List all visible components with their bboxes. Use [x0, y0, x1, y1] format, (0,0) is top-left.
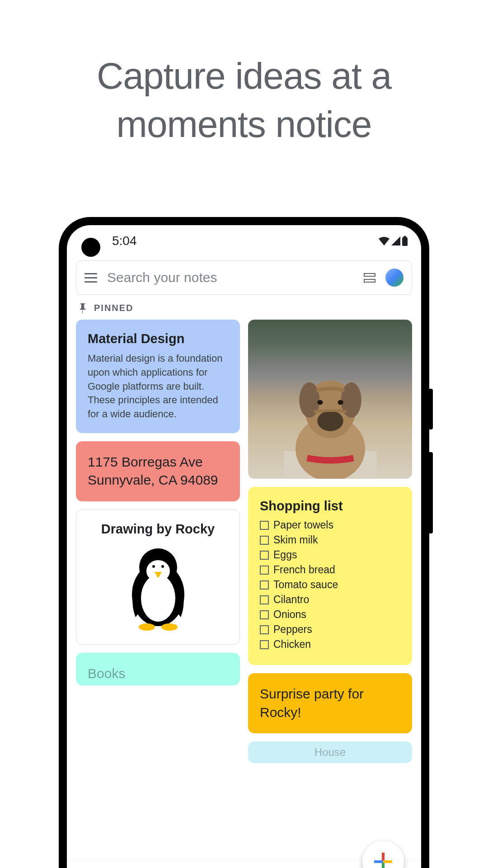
item-label: Peppers — [273, 623, 312, 636]
checklist-item[interactable]: Chicken — [260, 638, 400, 651]
penguin-drawing — [122, 545, 194, 631]
checklist-item[interactable]: Peppers — [260, 623, 400, 636]
phone-side-button — [429, 389, 433, 429]
dog-image — [268, 368, 391, 479]
checklist-item[interactable]: Eggs — [260, 549, 400, 561]
wifi-icon — [379, 236, 389, 245]
svg-point-17 — [338, 400, 343, 404]
status-bar: 5:04 — [67, 225, 421, 257]
hamburger-menu-icon[interactable] — [84, 273, 97, 283]
view-toggle-icon[interactable] — [364, 273, 375, 283]
battery-icon — [402, 236, 408, 246]
search-bar[interactable]: Search your notes — [76, 260, 412, 295]
note-title: Surprise party for Rocky! — [260, 685, 400, 722]
note-title: Material Design — [88, 331, 228, 346]
note-card-material-design[interactable]: Material Design Material design is a fou… — [76, 320, 240, 433]
pinned-section-header: PINNED — [67, 303, 421, 320]
checkbox-icon[interactable] — [260, 536, 269, 545]
note-body: Material design is a foundation upon whi… — [88, 352, 228, 421]
note-card-photo[interactable] — [248, 320, 412, 479]
svg-point-7 — [161, 565, 164, 568]
item-label: Tomato sauce — [273, 579, 338, 591]
note-text: 1175 Borregas Ave Sunnyvale, CA 94089 — [88, 453, 228, 490]
checkbox-icon[interactable] — [260, 566, 269, 575]
marketing-headline: Capture ideas at a moments notice — [0, 0, 488, 148]
item-label: Chicken — [273, 638, 311, 651]
svg-point-6 — [152, 565, 155, 568]
checklist-item[interactable]: Tomato sauce — [260, 579, 400, 591]
checkbox-icon[interactable] — [260, 610, 269, 619]
checkbox-icon[interactable] — [260, 521, 269, 530]
phone-side-button-2 — [429, 452, 433, 533]
create-note-fab[interactable] — [362, 841, 404, 868]
svg-rect-0 — [402, 237, 408, 246]
note-title: Books — [88, 665, 228, 683]
checkbox-icon[interactable] — [260, 640, 269, 649]
phone-frame: 5:04 Search your notes PINNED — [59, 217, 429, 868]
note-card-house[interactable]: House — [248, 741, 412, 763]
item-label: Onions — [273, 609, 306, 621]
pin-icon — [79, 303, 87, 313]
search-input[interactable]: Search your notes — [107, 270, 354, 285]
phone-screen: 5:04 Search your notes PINNED — [67, 225, 421, 868]
note-card-address[interactable]: 1175 Borregas Ave Sunnyvale, CA 94089 — [76, 441, 240, 501]
notes-grid: Material Design Material design is a fou… — [67, 320, 421, 763]
svg-point-15 — [317, 410, 343, 431]
svg-point-5 — [146, 560, 170, 582]
checkbox-icon[interactable] — [260, 625, 269, 634]
svg-rect-1 — [404, 236, 406, 238]
item-label: French bread — [273, 564, 335, 576]
note-card-party[interactable]: Surprise party for Rocky! — [248, 673, 412, 733]
svg-point-9 — [161, 623, 178, 631]
status-time: 5:04 — [112, 234, 137, 248]
checklist-item[interactable]: French bread — [260, 564, 400, 576]
item-label: Paper towels — [273, 519, 333, 531]
item-label: Eggs — [273, 549, 297, 561]
note-card-shopping[interactable]: Shopping list Paper towels Skim milk Egg… — [248, 487, 412, 665]
checklist-item[interactable]: Skim milk — [260, 534, 400, 546]
checklist: Paper towels Skim milk Eggs French bread… — [260, 519, 400, 651]
checkbox-icon[interactable] — [260, 580, 269, 590]
plus-icon — [374, 853, 392, 868]
camera-cutout — [81, 238, 100, 257]
checkbox-icon[interactable] — [260, 595, 269, 604]
pinned-label: PINNED — [94, 303, 134, 313]
svg-point-8 — [139, 623, 155, 631]
checklist-item[interactable]: Paper towels — [260, 519, 400, 531]
checklist-item[interactable]: Onions — [260, 609, 400, 621]
status-icons — [379, 236, 408, 246]
signal-icon — [391, 236, 400, 245]
item-label: Cilantro — [273, 594, 309, 606]
svg-point-16 — [317, 400, 323, 404]
checkbox-icon[interactable] — [260, 551, 269, 560]
checklist-item[interactable]: Cilantro — [260, 594, 400, 606]
note-title: Drawing by Rocky — [88, 522, 228, 537]
note-card-books[interactable]: Books — [76, 653, 240, 686]
item-label: Skim milk — [273, 534, 318, 546]
note-title: Shopping list — [260, 499, 400, 514]
profile-avatar[interactable] — [385, 269, 404, 287]
note-card-drawing[interactable]: Drawing by Rocky — [76, 509, 240, 645]
note-title: House — [260, 745, 400, 760]
